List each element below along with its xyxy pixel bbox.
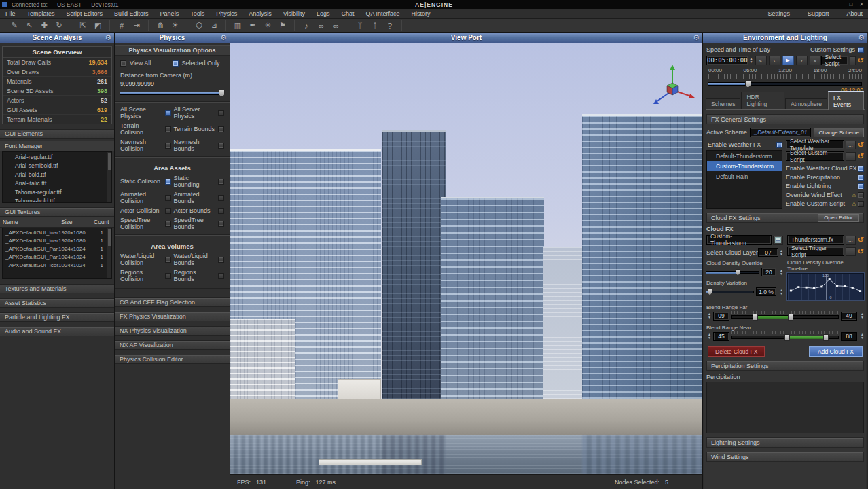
- toggle-checkbox[interactable]: [858, 166, 864, 172]
- density-variation-value[interactable]: 1.0 %: [756, 287, 776, 296]
- section-asset-statistics[interactable]: Asset Statistics: [0, 298, 114, 308]
- option-checkbox[interactable]: [165, 179, 171, 185]
- change-scheme-button[interactable]: Change Scheme: [814, 128, 864, 137]
- font-list-item[interactable]: Arial-italic.ttf: [3, 179, 111, 187]
- physics-option[interactable]: All Scene Physics: [120, 106, 171, 120]
- package-icon[interactable]: ⬡: [192, 20, 206, 31]
- gear-icon[interactable]: ⚙: [693, 33, 700, 42]
- toggle-checkbox[interactable]: [858, 183, 864, 189]
- physics-viz-options-header[interactable]: Physics Visualization Options: [115, 45, 230, 56]
- slider-handle[interactable]: [736, 269, 740, 276]
- blend-near-max-spinner[interactable]: ▲▼: [861, 333, 864, 340]
- option-checkbox[interactable]: [218, 195, 224, 201]
- select-custom-script-field[interactable]: Select Custom Script: [786, 151, 844, 161]
- open-editor-button[interactable]: Open Editor: [818, 214, 859, 222]
- weather-scheme-item[interactable]: Custom-Thunderstorm: [707, 161, 782, 171]
- physics-option[interactable]: SpeedTree Collision: [120, 217, 171, 230]
- physics-option[interactable]: Static Collision: [120, 175, 171, 188]
- font-list-item[interactable]: Arial-bold.ttf: [3, 170, 111, 179]
- section-gui-textures[interactable]: GUI Textures: [0, 207, 114, 217]
- custom-settings-checkbox[interactable]: [858, 47, 864, 53]
- section-nx-af-visualization[interactable]: NX AF Visualization: [115, 340, 230, 350]
- option-checkbox[interactable]: [165, 143, 171, 149]
- physics-option[interactable]: Regions Collision: [120, 269, 171, 283]
- select-script-field[interactable]: Select Script: [821, 56, 849, 65]
- browse-button[interactable]: ...: [846, 141, 856, 149]
- menu-visibility[interactable]: Visibility: [283, 10, 317, 17]
- density-override-spinner[interactable]: ▲▼: [780, 269, 783, 276]
- cloud-density-timeline-chart[interactable]: 100 0: [787, 273, 864, 300]
- minimize-button[interactable]: –: [839, 1, 842, 7]
- section-textures-and-materials[interactable]: Textures and Materials: [0, 284, 114, 293]
- enable-weather-fx-checkbox[interactable]: [776, 142, 782, 148]
- physics-option[interactable]: Terrain Bounds: [174, 122, 225, 136]
- transform-scale-icon[interactable]: ⇱: [75, 20, 90, 31]
- physics-option[interactable]: Water/Liquid Collision: [120, 253, 171, 266]
- cloud-layer-field[interactable]: 07: [758, 248, 778, 257]
- menu-settings[interactable]: Settings: [750, 10, 790, 17]
- blend-near-min-value[interactable]: 45: [713, 332, 729, 341]
- weather-scheme-item[interactable]: Default-Thunderstorm: [707, 151, 782, 161]
- menu-analysis[interactable]: Analysis: [249, 10, 283, 17]
- option-checkbox[interactable]: [165, 208, 171, 214]
- chain-icon[interactable]: ∞: [329, 20, 344, 31]
- play-button[interactable]: ▶: [782, 56, 794, 65]
- time-field[interactable]: 00:05:00:00: [706, 56, 748, 65]
- rewind-button[interactable]: «: [755, 56, 767, 65]
- stamp-icon[interactable]: ✎: [7, 20, 22, 31]
- selected-only-checkbox[interactable]: [173, 60, 179, 67]
- distance-slider[interactable]: [120, 89, 224, 97]
- add-cloud-fx-button[interactable]: Add Cloud FX: [809, 346, 863, 357]
- option-checkbox[interactable]: [218, 126, 224, 132]
- option-checkbox[interactable]: [218, 110, 224, 116]
- blend-range-far-slider[interactable]: [731, 311, 839, 321]
- texture-row[interactable]: _APXDefaultGUI_loading011920x10801: [3, 228, 111, 236]
- physics-option[interactable]: Navmesh Bounds: [174, 139, 225, 152]
- snap-grid-icon[interactable]: #: [114, 20, 129, 31]
- option-checkbox[interactable]: [165, 257, 171, 263]
- weather-scheme-list[interactable]: Default-ThunderstormCustom-ThunderstormD…: [706, 150, 782, 209]
- font-list[interactable]: Arial-regular.ttfArial-semibold.ttfArial…: [2, 151, 112, 203]
- select-cursor-icon[interactable]: ↖: [22, 20, 37, 31]
- slider-handle[interactable]: [708, 289, 712, 295]
- library-icon[interactable]: ▥: [230, 20, 245, 31]
- cloud-layer-spinner[interactable]: ▲▼: [780, 249, 783, 256]
- option-checkbox[interactable]: [165, 110, 171, 116]
- viewport-header[interactable]: View Port ⚙: [230, 33, 702, 43]
- browse-button[interactable]: ...: [850, 56, 856, 65]
- physics-option[interactable]: Navmesh Collision: [120, 139, 171, 152]
- section-particle-and-lighting-fx[interactable]: Particle and Lighting FX: [0, 312, 114, 322]
- physics-option[interactable]: Animated Collision: [120, 191, 171, 204]
- texture-row[interactable]: _APXDefaultGUI_Parts011024x10241: [3, 244, 111, 253]
- texture-row[interactable]: _APXDefaultGUI_loading021920x10801: [3, 236, 111, 244]
- browse-button[interactable]: ...: [846, 152, 856, 161]
- option-checkbox[interactable]: [165, 126, 171, 132]
- physics-option[interactable]: All Server Physics: [174, 106, 225, 120]
- density-override-slider[interactable]: [706, 269, 759, 276]
- section-cg-and-cff-flag-selection[interactable]: CG And CFF Flag Selection: [115, 297, 230, 307]
- flag-icon[interactable]: ⚑: [275, 20, 290, 31]
- range-handle-low[interactable]: [784, 334, 790, 341]
- toggle-checkbox[interactable]: [858, 175, 864, 181]
- select-weather-template-field[interactable]: Select Weather Template: [786, 140, 844, 149]
- env-toggle-override-wind-effect[interactable]: Override Wind Effect⚠: [786, 192, 864, 198]
- custom-settings-option[interactable]: Custom Settings: [810, 46, 864, 53]
- run-icon[interactable]: ᛏ: [367, 20, 382, 31]
- pen-icon[interactable]: ✒: [245, 20, 260, 31]
- maximize-button[interactable]: □: [849, 1, 852, 7]
- section-physics-collision-editor[interactable]: Physics Collision Editor: [115, 355, 230, 364]
- slider-handle[interactable]: [219, 90, 225, 97]
- option-checkbox[interactable]: [218, 221, 224, 227]
- reset-icon[interactable]: ↺: [858, 153, 864, 160]
- gear-icon[interactable]: ⚙: [858, 33, 865, 42]
- blend-far-max-value[interactable]: 49: [841, 312, 857, 321]
- menu-build-editors[interactable]: Build Editors: [114, 10, 160, 17]
- crop-icon[interactable]: ◩: [90, 20, 105, 31]
- move-icon[interactable]: ✚: [37, 20, 52, 31]
- active-scheme-field[interactable]: _Default-Exterior_01: [750, 128, 811, 137]
- rotate-icon[interactable]: ↻: [52, 20, 67, 31]
- font-list-item[interactable]: Arial-semibold.ttf: [3, 161, 111, 170]
- tab-fx-events[interactable]: FX Events: [828, 91, 864, 110]
- blend-near-max-value[interactable]: 88: [841, 332, 857, 341]
- physics-option[interactable]: Actor Bounds: [174, 207, 225, 214]
